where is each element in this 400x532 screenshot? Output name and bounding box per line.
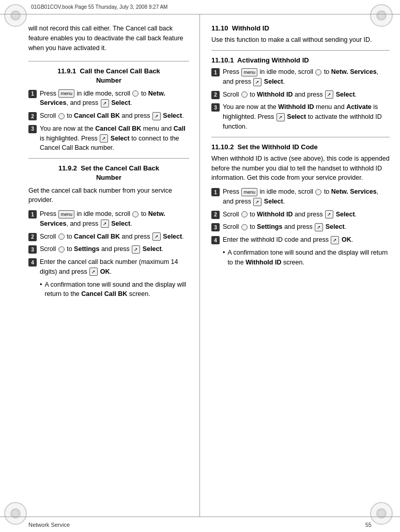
bullet-item: • A confirmation tone will sound and the…: [40, 280, 189, 300]
section-1-title: 11.9.1 Call the Cancel Call BackNumber: [28, 67, 189, 85]
select-key-icon: ➚: [152, 112, 161, 120]
step-text: Press menu in idle mode, scroll to Netw.…: [40, 209, 189, 229]
step-number: 2: [28, 112, 37, 120]
step-item: 1 Press menu in idle mode, scroll to Net…: [28, 89, 189, 108]
section-divider-2: [28, 158, 189, 159]
scroll-icon: [241, 224, 248, 230]
step-item: 1 Press menu in idle mode, scroll to Net…: [211, 67, 390, 87]
scroll-icon: [58, 113, 65, 119]
select-key-icon: ➚: [100, 134, 108, 143]
scroll-icon: [132, 90, 139, 97]
step-text: Scroll to Cancel Call BK and press ➚ Sel…: [40, 232, 189, 242]
select-key-icon: ➚: [253, 198, 261, 206]
bullet-text: A confirmation tone will sound and the d…: [227, 248, 390, 268]
select-key-icon: ➚: [253, 78, 261, 86]
step-item: 2 Scroll to Cancel Call BK and press ➚ S…: [28, 232, 189, 242]
step-text: Scroll to Cancel Call BK and press ➚ Sel…: [40, 111, 189, 121]
step-item: 2 Scroll to Withhold ID and press ➚ Sele…: [211, 90, 390, 100]
step-number: 3: [28, 125, 37, 133]
step-item: 1 Press menu in idle mode, scroll to Net…: [211, 187, 390, 207]
step-number: 4: [211, 236, 220, 244]
select-key-icon: ➚: [276, 113, 285, 121]
step-text: Scroll to Withhold ID and press ➚ Select…: [223, 210, 390, 220]
content-area: will not record this call either. The Ca…: [0, 14, 400, 517]
section-2-desc: Get the cancel call back number from you…: [28, 186, 189, 206]
step-item: 2 Scroll to Cancel Call BK and press ➚ S…: [28, 111, 189, 121]
section-r2-desc: When withhold ID is active (see above), …: [211, 154, 390, 183]
bullet-item-r: • A confirmation tone will sound and the…: [223, 248, 390, 268]
menu-key-icon: menu: [241, 68, 257, 76]
step-number: 4: [28, 258, 37, 267]
section-main-desc: Use this function to make a call without…: [211, 35, 390, 45]
section-main-title: 11.10 Withhold ID: [211, 24, 390, 33]
step-number: 2: [28, 233, 37, 241]
step-number: 1: [211, 188, 220, 196]
step-item: 4 Enter the cancel call back number (max…: [28, 257, 189, 277]
select-key-icon: ➚: [152, 232, 161, 241]
step-number: 2: [211, 91, 220, 99]
select-key-icon: ➚: [89, 268, 98, 276]
select-key-icon: ➚: [101, 220, 109, 228]
step-text: Scroll to Withhold ID and press ➚ Select…: [223, 90, 390, 100]
section-divider-r2: [211, 137, 390, 137]
footer: Network Service 55: [0, 517, 400, 532]
step-item: 3 Scroll to Settings and press ➚ Select.: [28, 244, 189, 254]
menu-key-icon: menu: [241, 188, 257, 196]
scroll-icon: [315, 69, 321, 75]
step-number: 2: [211, 211, 220, 219]
header-bar: 01GB01COV.book Page 55 Thursday, July 3,…: [0, 0, 400, 14]
scroll-icon: [58, 233, 65, 240]
section-2-title: 11.9.2 Set the Cancel Call BackNumber: [28, 164, 189, 182]
left-column: will not record this call either. The Ca…: [0, 14, 200, 517]
step-text: Scroll to Settings and press ➚ Select.: [223, 222, 390, 232]
menu-key-icon: menu: [58, 210, 74, 218]
step-item: 4 Enter the withhold ID code and press ➚…: [211, 235, 390, 245]
scroll-icon: [241, 211, 248, 217]
footer-left: Network Service: [28, 522, 70, 528]
section-1-steps: 1 Press menu in idle mode, scroll to Net…: [28, 89, 189, 153]
step-text: Enter the cancel call back number (maxim…: [40, 257, 189, 277]
scroll-icon: [241, 91, 248, 98]
step-text: You are now at the Withhold ID menu and …: [223, 102, 390, 131]
section-r2-title: 11.10.2 Set the Withhold ID Code: [211, 143, 390, 152]
step-number: 3: [28, 245, 37, 254]
step-number: 3: [211, 103, 220, 112]
step-item: 3 Scroll to Settings and press ➚ Select.: [211, 222, 390, 232]
scroll-icon: [132, 211, 139, 217]
footer-right: 55: [365, 522, 372, 528]
right-column: 11.10 Withhold ID Use this function to m…: [200, 14, 400, 517]
step-number: 1: [211, 68, 220, 76]
bullet-dot: •: [40, 280, 42, 290]
section-2-steps: 1 Press menu in idle mode, scroll to Net…: [28, 209, 189, 277]
step-text: Scroll to Settings and press ➚ Select.: [40, 244, 189, 254]
step-item: 1 Press menu in idle mode, scroll to Net…: [28, 209, 189, 229]
select-key-icon: ➚: [315, 223, 323, 231]
step-text: You are now at the Cancel Call BK menu a…: [40, 124, 189, 153]
scroll-icon: [315, 189, 321, 195]
step-item: 2 Scroll to Withhold ID and press ➚ Sele…: [211, 210, 390, 220]
section-divider-1: [28, 61, 189, 61]
step-text: Press menu in idle mode, scroll to Netw.…: [40, 89, 189, 108]
intro-text: will not record this call either. The Ca…: [28, 24, 189, 53]
section-r2-steps: 1 Press menu in idle mode, scroll to Net…: [211, 187, 390, 245]
section-divider-r1: [211, 50, 390, 51]
step-text: Enter the withhold ID code and press ➚ O…: [223, 235, 390, 245]
bullet-dot: •: [223, 248, 225, 258]
select-key-icon: ➚: [331, 236, 339, 244]
section-r1-title: 11.10.1 Activating Withhold ID: [211, 56, 390, 65]
select-key-icon: ➚: [101, 99, 109, 107]
step-number: 3: [211, 223, 220, 231]
select-key-icon: ➚: [132, 245, 140, 254]
bullet-text: A confirmation tone will sound and the d…: [44, 280, 189, 300]
step-item: 3 You are now at the Cancel Call BK menu…: [28, 124, 189, 153]
select-key-icon: ➚: [325, 90, 333, 99]
step-text: Press menu in idle mode, scroll to Netw.…: [223, 187, 390, 207]
step-number: 1: [28, 210, 37, 218]
step-text: Press menu in idle mode, scroll to Netw.…: [223, 67, 390, 87]
scroll-icon: [58, 246, 65, 253]
select-key-icon: ➚: [325, 210, 333, 218]
menu-key-icon: menu: [58, 89, 74, 98]
step-number: 1: [28, 90, 37, 98]
header-text: 01GB01COV.book Page 55 Thursday, July 3,…: [31, 4, 167, 10]
step-item: 3 You are now at the Withhold ID menu an…: [211, 102, 390, 131]
